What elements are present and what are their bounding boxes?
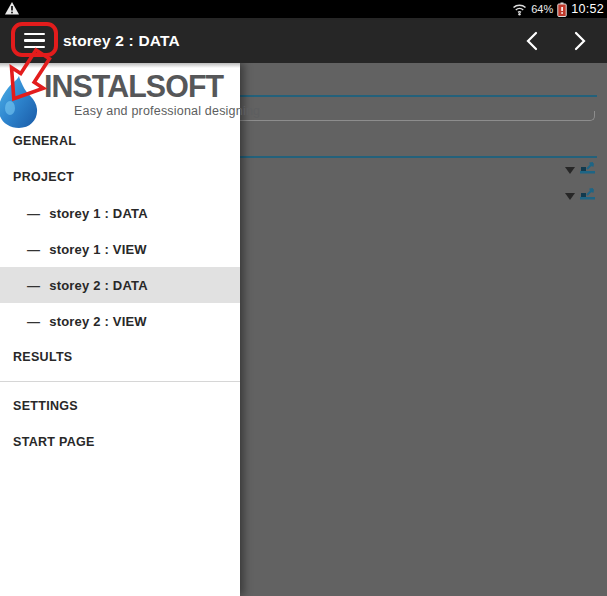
drawer-header: INSTALSOFT Easy and professional designi… — [0, 63, 240, 123]
sidebar-item-start-page[interactable]: START PAGE — [0, 424, 240, 460]
dash-prefix: — — [27, 242, 40, 257]
sidebar-item-storey2-view[interactable]: — storey 2 : VIEW — [0, 303, 240, 339]
chevron-right-icon[interactable] — [562, 26, 596, 56]
sidebar-item-storey2-data[interactable]: — storey 2 : DATA — [0, 267, 240, 303]
hamburger-icon[interactable] — [15, 27, 53, 54]
logo-wordmark: INSTALSOFT — [44, 68, 223, 104]
sidebar-item-storey1-view[interactable]: — storey 1 : VIEW — [0, 231, 240, 267]
navigation-drawer: INSTALSOFT Easy and professional designi… — [0, 63, 240, 596]
chevron-left-icon[interactable] — [516, 26, 550, 56]
dash-prefix: — — [27, 206, 40, 221]
battery-alert-icon — [557, 2, 567, 17]
water-drop-logo-icon — [0, 70, 42, 130]
sidebar-item-results[interactable]: RESULTS — [0, 339, 240, 375]
logo-tagline: Easy and professional designing — [74, 104, 260, 118]
sidebar-item-project[interactable]: PROJECT — [0, 159, 240, 195]
warning-triangle-icon — [4, 1, 20, 16]
sidebar-item-storey1-data[interactable]: — storey 1 : DATA — [0, 195, 240, 231]
battery-percent: 64% — [531, 3, 553, 15]
sidebar-item-settings[interactable]: SETTINGS — [0, 388, 240, 424]
wifi-icon — [512, 3, 527, 16]
drawer-menu: GENERAL PROJECT — storey 1 : DATA — stor… — [0, 123, 240, 460]
drawer-divider — [0, 381, 240, 382]
clock: 10:52 — [571, 2, 604, 16]
status-bar: 64% 10:52 — [0, 0, 607, 18]
dash-prefix: — — [27, 278, 40, 293]
page-title: storey 2 : DATA — [63, 18, 180, 63]
dash-prefix: — — [27, 314, 40, 329]
app-bar: storey 2 : DATA — [0, 18, 607, 63]
